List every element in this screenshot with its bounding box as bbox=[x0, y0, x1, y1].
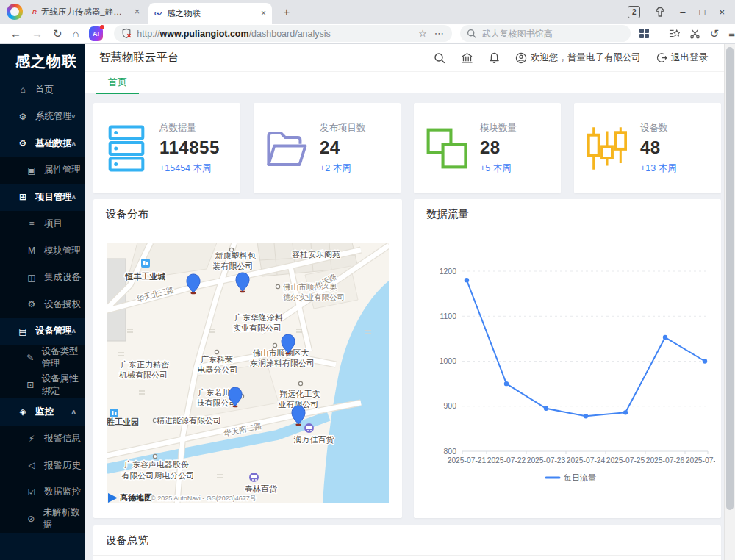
user-welcome[interactable]: 欢迎您，普量电子有限公司 bbox=[515, 51, 641, 64]
forward-icon[interactable]: → bbox=[32, 28, 43, 39]
sidebar-item-data-monitor[interactable]: ☑数据监控 bbox=[0, 479, 85, 506]
sidebar-label: 基础数据 bbox=[35, 137, 72, 150]
home-icon[interactable]: ⌂ bbox=[73, 28, 79, 39]
sidebar-item-project-mgmt[interactable]: ⊞项目管理∧ bbox=[0, 184, 85, 211]
url-host: www.puliangiot.com bbox=[160, 29, 249, 39]
data-point bbox=[703, 359, 707, 363]
header-search-icon[interactable] bbox=[434, 52, 445, 64]
y-axis-label: 1200 bbox=[440, 267, 457, 276]
sidebar-item-device-type-mgmt[interactable]: ✎设备类型管理 bbox=[0, 345, 85, 372]
sidebar-item-system-mgmt[interactable]: ⚙系统管理∨ bbox=[0, 104, 85, 131]
map-label: 广东华隆涂料 bbox=[234, 313, 283, 322]
sidebar-item-unparsed-data[interactable]: ⊘未解析数据 bbox=[0, 506, 85, 533]
tab1-title: 无线压力传感器_静力水准仪_ bbox=[41, 7, 130, 18]
maximize-button[interactable]: □ bbox=[700, 7, 706, 17]
browser-tab-2-active[interactable]: GZ 感之物联 × bbox=[148, 3, 272, 24]
sidebar-item-alarm-history[interactable]: ◁报警历史 bbox=[0, 452, 85, 479]
app-logo: 感之物联 bbox=[0, 44, 85, 76]
data-flow-panel: 数据流量 8009001000110012002025-07-212025-07… bbox=[414, 199, 721, 518]
sidebar-item-project[interactable]: ≡项目 bbox=[0, 211, 85, 238]
theme-shirt-icon[interactable] bbox=[654, 7, 666, 18]
browser-titlebar: R 无线压力传感器_静力水准仪_ × GZ 感之物联 × + 2 – □ × bbox=[0, 0, 735, 24]
stat-value: 28 bbox=[480, 137, 517, 158]
sidebar-item-device-auth[interactable]: ⚙设备授权 bbox=[0, 291, 85, 318]
copy-icon: ⊡ bbox=[26, 380, 35, 390]
url-text[interactable]: http://www.puliangiot.com/dashboard/anal… bbox=[137, 29, 414, 39]
sidebar-label: 项目管理 bbox=[35, 191, 72, 204]
logout-label: 退出登录 bbox=[671, 51, 708, 64]
stat-label: 模块数量 bbox=[480, 122, 517, 134]
sidebar-label: 设备属性绑定 bbox=[41, 373, 85, 398]
y-axis-label: 1000 bbox=[440, 356, 457, 365]
device-map[interactable]: 新康塑料包 装有限公司 容桂安乐阁苑 恒丰工业城 广东华隆涂料 实业有限公司 广… bbox=[107, 243, 389, 503]
apps-grid-icon[interactable] bbox=[639, 29, 649, 38]
tab1-close-icon[interactable]: × bbox=[135, 7, 140, 17]
close-button[interactable]: × bbox=[719, 7, 725, 17]
address-bar[interactable]: http://www.puliangiot.com/dashboard/anal… bbox=[114, 25, 452, 42]
search-input[interactable] bbox=[481, 28, 616, 40]
url-path: /dashboard/analysis bbox=[249, 29, 331, 39]
bank-icon[interactable] bbox=[461, 52, 473, 64]
map-label: 东润涂料有限公司 bbox=[250, 359, 315, 367]
insecure-shield-icon[interactable] bbox=[121, 28, 132, 39]
sidebar-item-alarm-info[interactable]: ⚡报警信息 bbox=[0, 426, 85, 453]
m-icon: M bbox=[26, 245, 37, 256]
sidebar-label: 首页 bbox=[35, 84, 54, 96]
map-attribution: © 2025 AutoNavi - GS(2023)4677号 bbox=[151, 495, 257, 502]
chevron-up-icon: ∧ bbox=[71, 409, 76, 415]
grid-icon: ⊞ bbox=[17, 192, 29, 202]
legend-label[interactable]: 每日流量 bbox=[564, 473, 596, 482]
data-flow-chart: 8009001000110012002025-07-212025-07-2220… bbox=[420, 235, 715, 509]
reload-icon[interactable]: ↻ bbox=[53, 28, 62, 39]
bell-icon[interactable] bbox=[489, 52, 500, 64]
sidebar-item-base-data[interactable]: ⚙基础数据∧ bbox=[0, 130, 85, 157]
sidebar-item-attribute-mgmt[interactable]: ▣属性管理 bbox=[0, 157, 85, 184]
slash-circle-icon: ⊘ bbox=[26, 514, 36, 524]
folder-icon bbox=[254, 128, 320, 169]
tab-home[interactable]: 首页 bbox=[96, 72, 139, 94]
map-label: 广东正力精密 bbox=[121, 360, 169, 369]
sidebar-item-device-mgmt[interactable]: ▤设备管理∧ bbox=[0, 318, 85, 345]
avatar-icon bbox=[515, 52, 527, 64]
map-label: 有限公司厨电分公司 bbox=[122, 471, 195, 480]
screenshot-scissors-icon[interactable] bbox=[689, 29, 700, 39]
page-scrollbar[interactable] bbox=[724, 44, 735, 560]
map-label: 广东科荣 bbox=[201, 355, 233, 364]
sidebar-label: 模块管理 bbox=[44, 245, 81, 257]
more-actions-icon[interactable]: ⋯ bbox=[434, 28, 445, 39]
sidebar-item-integrated-device[interactable]: ◫集成设备 bbox=[0, 265, 85, 292]
scrollbar-thumb[interactable] bbox=[726, 47, 734, 510]
browser-logo-icon[interactable] bbox=[7, 4, 23, 20]
device-distribution-panel: 设备分布 bbox=[93, 199, 402, 518]
sidebar-item-home[interactable]: ⌂首页 bbox=[0, 76, 85, 104]
map-label: 春林百货 bbox=[245, 484, 277, 493]
database-icon bbox=[93, 125, 159, 172]
minimize-button[interactable]: – bbox=[680, 7, 685, 17]
logout-button[interactable]: 退出登录 bbox=[656, 51, 708, 64]
map-label: 德尔实业有限公司 bbox=[283, 292, 345, 301]
x-axis-label: 2025-07-26 bbox=[646, 456, 685, 464]
menu-icon[interactable]: ≡ bbox=[728, 28, 735, 39]
back-icon[interactable]: ← bbox=[10, 28, 21, 39]
stat-delta: +15454 本周 bbox=[159, 162, 220, 175]
sidebar-item-module-mgmt[interactable]: M模块管理 bbox=[0, 237, 85, 265]
check-icon: ☑ bbox=[26, 487, 37, 498]
favorites-list-icon[interactable] bbox=[669, 29, 680, 39]
sidebar-item-monitor[interactable]: ◈监控∧ bbox=[0, 398, 85, 426]
map-label: 润万佳百货 bbox=[294, 435, 334, 444]
tab2-close-icon[interactable]: × bbox=[261, 8, 266, 18]
data-point bbox=[465, 278, 469, 282]
ai-assistant-icon[interactable]: AI bbox=[89, 26, 104, 41]
browser-tab-1[interactable]: R 无线压力传感器_静力水准仪_ × bbox=[26, 0, 146, 24]
sidebar-item-device-attr-bind[interactable]: ⊡设备属性绑定 bbox=[0, 372, 85, 399]
new-tab-button[interactable]: + bbox=[279, 4, 294, 19]
tab-count-badge[interactable]: 2 bbox=[628, 6, 640, 18]
browser-search-box[interactable] bbox=[460, 25, 631, 42]
map-label: 精进能源有限公司 bbox=[156, 416, 221, 425]
bookmark-star-icon[interactable]: ☆ bbox=[418, 28, 427, 39]
undo-icon[interactable]: ↺ bbox=[710, 28, 720, 39]
x-axis-label: 2025-07-27 bbox=[686, 456, 715, 464]
data-point bbox=[544, 406, 548, 411]
candlestick-icon bbox=[574, 126, 640, 171]
stat-value: 48 bbox=[640, 137, 677, 158]
